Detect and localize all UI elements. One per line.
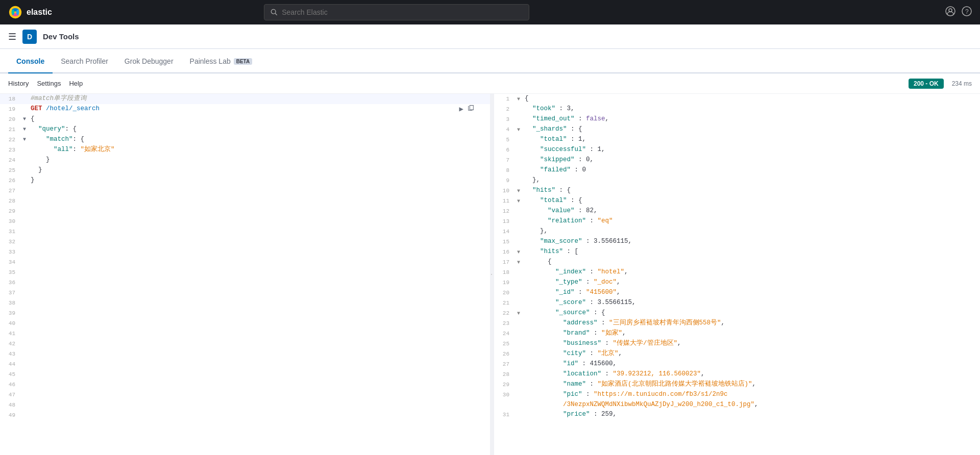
output-line-30: 30 "pic" : "https://m.tuniucdn.com/fb3/s… xyxy=(494,390,980,400)
output-line-15: 15 "max_score" : 3.5566115, xyxy=(494,237,980,247)
tabs-bar: Console Search Profiler Grok Debugger Pa… xyxy=(0,49,980,73)
editor-line-47: 47 xyxy=(0,390,490,400)
toolbar: History Settings Help 200 - OK 234 ms xyxy=(0,73,980,94)
output-line-29: 29 "name" : "如家酒店(北京朝阳北路传媒大学褡裢坡地铁站店)", xyxy=(494,380,980,390)
svg-line-6 xyxy=(275,13,277,15)
output-line-20: 20 "_id" : "415600", xyxy=(494,288,980,298)
editor-pane[interactable]: 18 #match单字段查询 19 GET /hotel/_search ▶ xyxy=(0,94,490,455)
editor-line-48: 48 xyxy=(0,400,490,410)
output-line-3: 3 "timed_out" : false, xyxy=(494,114,980,124)
time-badge: 234 ms xyxy=(952,80,972,87)
svg-text:?: ? xyxy=(965,8,969,15)
tab-painless-lab[interactable]: Painless Lab BETA xyxy=(182,50,261,73)
tab-grok-debugger[interactable]: Grok Debugger xyxy=(116,50,182,73)
editor-line-43: 43 xyxy=(0,349,490,359)
output-pane[interactable]: 1 ▼ { 2 "took" : 3, 3 "timed_out" : fals… xyxy=(494,94,980,455)
tab-console[interactable]: Console xyxy=(8,50,53,73)
output-line-21: 21 "_score" : 3.5566115, xyxy=(494,298,980,308)
line-actions: ▶ xyxy=(459,104,475,114)
breadcrumb-bar: ☰ D Dev Tools xyxy=(0,24,980,49)
elastic-logo-text: elastic xyxy=(27,8,52,17)
main-content: 18 #match单字段查询 19 GET /hotel/_search ▶ xyxy=(0,94,980,455)
avatar-icon[interactable] xyxy=(945,6,955,19)
search-input[interactable] xyxy=(282,8,523,16)
output-code: 1 ▼ { 2 "took" : 3, 3 "timed_out" : fals… xyxy=(494,94,980,420)
output-line-8: 8 "failed" : 0 xyxy=(494,165,980,175)
resize-divider[interactable]: ⋮ xyxy=(490,94,494,455)
editor-line-24: 24 } xyxy=(0,155,490,165)
output-line-5: 5 "total" : 1, xyxy=(494,135,980,145)
output-line-28: 28 "location" : "39.923212, 116.560023", xyxy=(494,369,980,380)
help-button[interactable]: Help xyxy=(69,80,83,87)
history-button[interactable]: History xyxy=(8,80,29,87)
code-editor[interactable]: 18 #match单字段查询 19 GET /hotel/_search ▶ xyxy=(0,94,490,420)
editor-line-37: 37 xyxy=(0,288,490,298)
editor-line-22: 22 ▼ "match": { xyxy=(0,135,490,145)
output-scroll[interactable]: 1 ▼ { 2 "took" : 3, 3 "timed_out" : fals… xyxy=(494,94,980,455)
output-line-27: 27 "id" : 415600, xyxy=(494,359,980,369)
editor-scroll[interactable]: 18 #match单字段查询 19 GET /hotel/_search ▶ xyxy=(0,94,490,455)
elastic-logo[interactable]: elastic xyxy=(8,5,52,19)
output-line-14: 14 }, xyxy=(494,226,980,237)
editor-line-36: 36 xyxy=(0,277,490,288)
top-navigation: elastic ? xyxy=(0,0,980,24)
beta-badge: BETA xyxy=(234,58,252,65)
editor-line-23: 23 "all": "如家北京" xyxy=(0,145,490,155)
editor-line-35: 35 xyxy=(0,267,490,277)
svg-point-4 xyxy=(16,9,19,15)
svg-point-3 xyxy=(12,9,15,15)
output-line-12: 12 "value" : 82, xyxy=(494,206,980,216)
output-line-13: 13 "relation" : "eq" xyxy=(494,216,980,226)
editor-line-44: 44 xyxy=(0,359,490,369)
status-badge: 200 - OK xyxy=(909,79,944,89)
top-nav-icons: ? xyxy=(945,6,972,19)
editor-line-29: 29 xyxy=(0,206,490,216)
output-line-26: 26 "city" : "北京", xyxy=(494,349,980,359)
editor-line-34: 34 xyxy=(0,257,490,267)
output-line-31: 31 "price" : 259, xyxy=(494,410,980,420)
output-line-17: 17 ▼ { xyxy=(494,257,980,267)
editor-line-26: 26 } xyxy=(0,175,490,186)
editor-line-49: 49 xyxy=(0,410,490,420)
editor-line-18: 18 #match单字段查询 xyxy=(0,94,490,104)
editor-line-33: 33 xyxy=(0,247,490,257)
editor-line-30: 30 xyxy=(0,216,490,226)
output-line-16: 16 ▼ "hits" : [ xyxy=(494,247,980,257)
tab-search-profiler[interactable]: Search Profiler xyxy=(53,50,116,73)
editor-line-38: 38 xyxy=(0,298,490,308)
output-line-24: 24 "brand" : "如家", xyxy=(494,328,980,339)
hamburger-menu-icon[interactable]: ☰ xyxy=(8,31,16,42)
output-line-2: 2 "took" : 3, xyxy=(494,104,980,114)
output-line-22: 22 ▼ "_source" : { xyxy=(494,308,980,318)
copy-button[interactable] xyxy=(468,104,475,114)
output-line-18: 18 "_index" : "hotel", xyxy=(494,267,980,277)
svg-point-7 xyxy=(946,7,955,16)
editor-line-21: 21 ▼ "query": { xyxy=(0,124,490,135)
search-icon xyxy=(271,9,278,16)
editor-line-46: 46 xyxy=(0,380,490,390)
editor-line-40: 40 xyxy=(0,318,490,328)
run-button[interactable]: ▶ xyxy=(459,105,463,114)
editor-line-19: 19 GET /hotel/_search ▶ xyxy=(0,104,490,114)
app-title: Dev Tools xyxy=(43,32,79,41)
output-line-1: 1 ▼ { xyxy=(494,94,980,104)
editor-line-31: 31 xyxy=(0,226,490,237)
output-line-9: 9 }, xyxy=(494,175,980,186)
output-line-7: 7 "skipped" : 0, xyxy=(494,155,980,165)
editor-line-28: 28 xyxy=(0,196,490,206)
editor-line-39: 39 xyxy=(0,308,490,318)
svg-point-8 xyxy=(949,9,952,12)
svg-point-0 xyxy=(9,6,21,18)
global-search-bar[interactable] xyxy=(264,4,529,20)
output-line-25: 25 "business" : "传媒大学/管庄地区", xyxy=(494,339,980,349)
editor-line-25: 25 } xyxy=(0,165,490,175)
editor-line-27: 27 xyxy=(0,186,490,196)
editor-line-42: 42 xyxy=(0,339,490,349)
output-line-10: 10 ▼ "hits" : { xyxy=(494,186,980,196)
output-line-23: 23 "address" : "三间房乡褡裢坡村青年沟西侧558号", xyxy=(494,318,980,328)
editor-line-32: 32 xyxy=(0,237,490,247)
settings-button[interactable]: Settings xyxy=(37,80,61,87)
help-icon[interactable]: ? xyxy=(962,6,972,19)
editor-line-45: 45 xyxy=(0,369,490,380)
editor-line-20: 20 ▼ { xyxy=(0,114,490,124)
